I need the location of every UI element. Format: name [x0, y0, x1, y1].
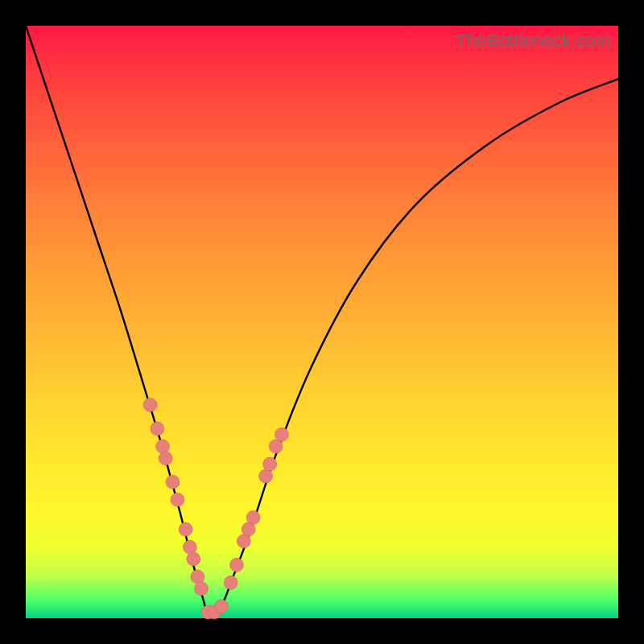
highlight-dot [191, 570, 204, 584]
highlight-dot [179, 522, 192, 536]
highlight-dot [259, 469, 273, 483]
highlight-dot [246, 510, 260, 524]
highlight-dot [263, 457, 277, 471]
highlight-dot [171, 493, 184, 506]
highlight-dot [159, 452, 172, 465]
highlight-dot [214, 600, 228, 613]
highlight-dot [269, 440, 283, 453]
highlight-dot [230, 558, 244, 572]
highlight-dot [194, 582, 208, 596]
highlight-dot [187, 552, 200, 566]
plot-area: TheBottleneck.com [26, 26, 618, 618]
highlight-dot [151, 422, 164, 436]
highlight-dot [275, 427, 289, 441]
highlight-dot [166, 475, 180, 489]
bottleneck-curve [26, 26, 618, 618]
highlight-dot [156, 440, 170, 453]
highlight-dot [183, 540, 196, 554]
highlight-dots-group [143, 398, 288, 620]
highlight-dot [143, 398, 157, 412]
chart-frame: TheBottleneck.com [0, 0, 644, 644]
highlight-dot [224, 576, 237, 589]
chart-svg [26, 26, 618, 618]
